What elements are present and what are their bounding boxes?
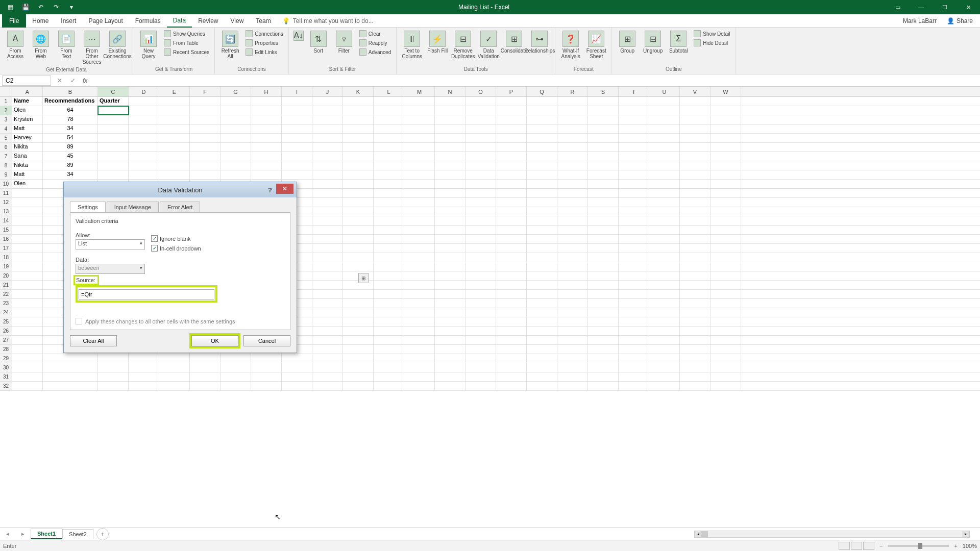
cell[interactable]: [710, 281, 741, 289]
cell[interactable]: [374, 189, 404, 197]
cell[interactable]: [649, 253, 680, 262]
row-header[interactable]: 3: [0, 115, 12, 124]
cell[interactable]: [588, 354, 619, 363]
cell[interactable]: [220, 134, 251, 142]
cell[interactable]: [588, 262, 619, 271]
row-header[interactable]: 28: [0, 345, 12, 354]
cell[interactable]: [649, 354, 680, 363]
cell[interactable]: [710, 115, 741, 124]
cell[interactable]: [435, 143, 465, 152]
cell[interactable]: [649, 143, 680, 152]
cell[interactable]: [527, 115, 557, 124]
cell[interactable]: [312, 317, 343, 326]
row-header[interactable]: 7: [0, 152, 12, 161]
cell[interactable]: [312, 327, 343, 335]
cell[interactable]: [496, 180, 527, 188]
cell[interactable]: [159, 152, 190, 161]
cell[interactable]: [557, 308, 588, 317]
cell[interactable]: [435, 336, 465, 344]
cell[interactable]: [465, 382, 496, 390]
cell[interactable]: [649, 106, 680, 115]
cell[interactable]: [649, 382, 680, 390]
cell[interactable]: [404, 253, 435, 262]
cell[interactable]: 34: [43, 124, 98, 133]
col-header[interactable]: D: [129, 87, 159, 96]
cell[interactable]: [374, 290, 404, 298]
cell[interactable]: [343, 106, 374, 115]
cell[interactable]: [43, 363, 98, 372]
formula-input[interactable]: [90, 76, 980, 85]
row-header[interactable]: 1: [0, 97, 12, 106]
cell[interactable]: [496, 281, 527, 289]
allow-select[interactable]: List: [76, 239, 145, 249]
cell[interactable]: [159, 124, 190, 133]
cell[interactable]: [343, 143, 374, 152]
cell[interactable]: [404, 336, 435, 344]
cell[interactable]: [527, 299, 557, 308]
cell[interactable]: [465, 299, 496, 308]
cell[interactable]: [282, 363, 312, 372]
cell[interactable]: [159, 170, 190, 179]
help-icon[interactable]: ?: [264, 185, 276, 195]
cell[interactable]: [12, 216, 43, 225]
cell[interactable]: [527, 161, 557, 170]
cell[interactable]: [435, 134, 465, 142]
cell[interactable]: [374, 161, 404, 170]
cell[interactable]: [129, 106, 159, 115]
cell[interactable]: [619, 253, 649, 262]
tab-page-layout[interactable]: Page Layout: [82, 14, 129, 28]
cell[interactable]: [527, 180, 557, 188]
page-layout-icon[interactable]: [851, 542, 862, 550]
cell[interactable]: [588, 124, 619, 133]
cell[interactable]: [649, 235, 680, 243]
cell[interactable]: [496, 235, 527, 243]
cell[interactable]: [43, 382, 98, 390]
cell[interactable]: [710, 143, 741, 152]
cell[interactable]: [680, 170, 710, 179]
subtotal-button[interactable]: ΣSubtotal: [666, 30, 691, 55]
cell[interactable]: [649, 290, 680, 298]
cell[interactable]: [343, 180, 374, 188]
sort-az-button[interactable]: A↓: [292, 30, 305, 42]
save-icon[interactable]: 💾: [19, 1, 32, 13]
cell[interactable]: [12, 271, 43, 280]
cell[interactable]: [343, 345, 374, 354]
cell[interactable]: [312, 134, 343, 142]
cell[interactable]: [435, 106, 465, 115]
cell[interactable]: [465, 115, 496, 124]
cell[interactable]: [251, 152, 282, 161]
cell[interactable]: [282, 134, 312, 142]
cell[interactable]: [680, 97, 710, 106]
cell[interactable]: [496, 134, 527, 142]
cell[interactable]: [312, 281, 343, 289]
cell[interactable]: [557, 327, 588, 335]
cell[interactable]: [12, 244, 43, 253]
cell[interactable]: [680, 281, 710, 289]
cell[interactable]: [649, 336, 680, 344]
cell[interactable]: [710, 170, 741, 179]
cell[interactable]: [435, 372, 465, 381]
cell[interactable]: [557, 226, 588, 234]
scroll-thumb[interactable]: [701, 531, 708, 537]
cell[interactable]: [343, 134, 374, 142]
cell[interactable]: [496, 382, 527, 390]
cell[interactable]: [435, 189, 465, 197]
cell[interactable]: [619, 271, 649, 280]
cell[interactable]: [12, 382, 43, 390]
cell[interactable]: [710, 262, 741, 271]
cell[interactable]: [465, 253, 496, 262]
cell[interactable]: [374, 372, 404, 381]
cell[interactable]: [619, 106, 649, 115]
cell[interactable]: [710, 180, 741, 188]
cell[interactable]: [588, 253, 619, 262]
cell[interactable]: [435, 345, 465, 354]
row-header[interactable]: 25: [0, 317, 12, 326]
tab-error-alert[interactable]: Error Alert: [160, 202, 201, 212]
cell[interactable]: [588, 97, 619, 106]
cell[interactable]: [619, 189, 649, 197]
cell[interactable]: [527, 216, 557, 225]
row-header[interactable]: 12: [0, 198, 12, 207]
cell[interactable]: [374, 327, 404, 335]
cell[interactable]: Matt: [12, 170, 43, 179]
cell[interactable]: [312, 106, 343, 115]
